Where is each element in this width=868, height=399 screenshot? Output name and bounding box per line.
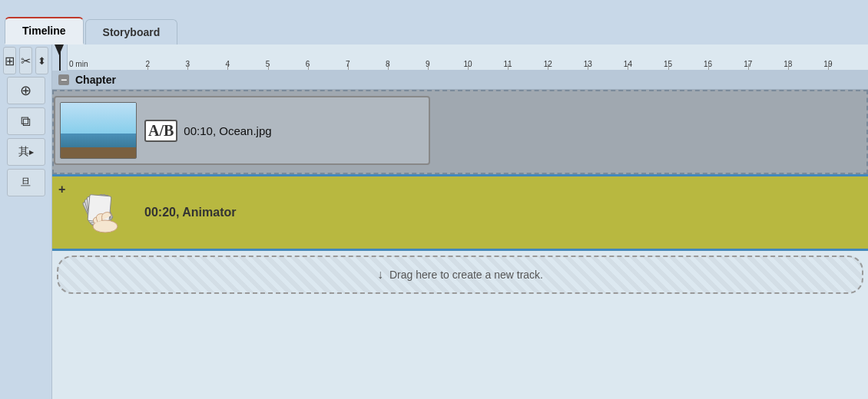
- tab-timeline[interactable]: Timeline: [5, 17, 84, 45]
- playhead: [59, 45, 61, 71]
- ruler-tick-17: [748, 64, 749, 70]
- copy-icon[interactable]: ⧉: [7, 107, 45, 135]
- collapse-chapter-button[interactable]: −: [58, 74, 69, 85]
- drag-drop-label: Drag here to create a new track.: [389, 269, 543, 281]
- timeline-area: 0 min (function(){ const marks = [2,3,4,…: [52, 45, 868, 399]
- ruler-tick-18: [788, 64, 789, 70]
- ruler-tick-6: [308, 64, 309, 70]
- track-area: − Chapter A/B 00:10, Ocean.jpg: [52, 71, 868, 399]
- add-track-icon[interactable]: ⊕: [7, 77, 45, 104]
- main-content: ⊞ ✂ ⬍ ⊕ ⧉ 其▶ 旦 0 min (function(){ const …: [0, 45, 868, 399]
- ruler-tick-9: [428, 64, 429, 70]
- ruler: 0 min (function(){ const marks = [2,3,4,…: [68, 45, 868, 71]
- ruler-tick-12: [548, 64, 548, 70]
- effects-icon[interactable]: 旦: [7, 169, 45, 196]
- ruler-tick-2: [147, 64, 148, 70]
- animator-track: +: [52, 174, 868, 251]
- ruler-tick-7: [348, 64, 349, 70]
- ruler-tick-5: [268, 64, 269, 70]
- ruler-tick-10: [468, 64, 469, 70]
- ruler-tick-19: [828, 64, 829, 70]
- ruler-zero-label: 0 min: [69, 60, 88, 68]
- subtitles-icon[interactable]: 其▶: [7, 138, 45, 166]
- ruler-tick-3: [187, 64, 188, 70]
- left-toolbar: ⊞ ✂ ⬍ ⊕ ⧉ 其▶ 旦: [0, 45, 52, 399]
- video-track: A/B 00:10, Ocean.jpg: [52, 90, 868, 174]
- video-clip[interactable]: A/B 00:10, Ocean.jpg: [54, 96, 430, 165]
- chapter-header: − Chapter: [52, 71, 868, 90]
- ruler-left: [52, 45, 68, 71]
- tab-storyboard[interactable]: Storyboard: [85, 19, 178, 45]
- ruler-tick-8: [388, 64, 389, 70]
- ruler-tick-14: [628, 64, 628, 70]
- chapter-label: Chapter: [75, 74, 116, 86]
- animator-label: 00:20, Animator: [144, 206, 236, 219]
- ruler-tick-11: [508, 64, 509, 70]
- ruler-tick-15: [668, 64, 669, 70]
- ruler-row: 0 min (function(){ const marks = [2,3,4,…: [52, 45, 868, 71]
- grid-icon[interactable]: ⊞: [3, 47, 16, 74]
- ruler-tick-16: [708, 64, 709, 70]
- drag-arrow-icon: ↓: [377, 268, 383, 282]
- tab-bar: Timeline Storyboard: [0, 0, 868, 45]
- ruler-tick-13: [588, 64, 588, 70]
- scissors-icon[interactable]: ✂: [19, 47, 32, 74]
- drag-drop-zone[interactable]: ↓ Drag here to create a new track.: [57, 256, 863, 294]
- clip-thumbnail: [60, 102, 137, 159]
- animator-track-plus[interactable]: +: [58, 183, 65, 196]
- split-icon[interactable]: ⬍: [35, 47, 48, 74]
- animator-book-icon: [75, 186, 129, 239]
- ruler-tick-4: [227, 64, 228, 70]
- ab-transition-icon: A/B: [144, 120, 177, 142]
- clip-time: 00:10, Ocean.jpg: [184, 124, 271, 137]
- clip-info: A/B 00:10, Ocean.jpg: [144, 120, 272, 142]
